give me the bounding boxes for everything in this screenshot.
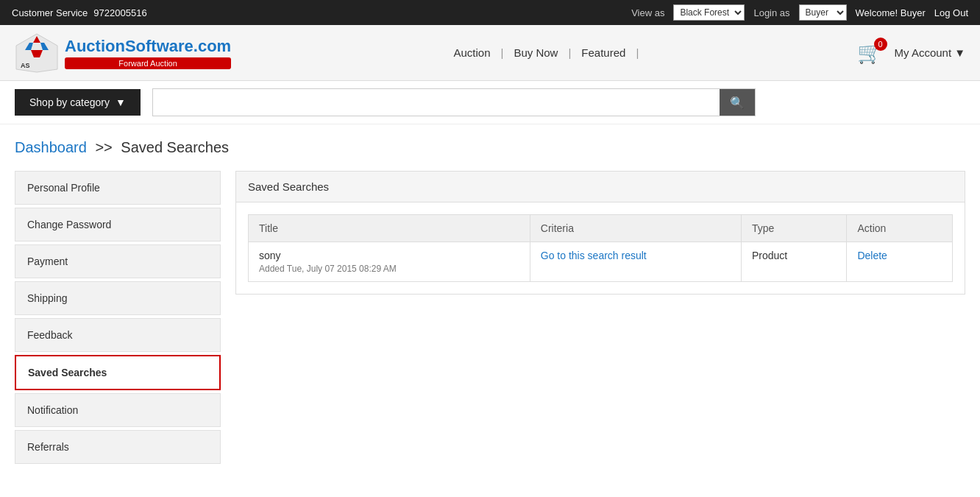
- category-chevron: ▼: [116, 96, 126, 108]
- sidebar-item-change-password[interactable]: Change Password: [15, 208, 221, 242]
- top-bar-right: View as Black Forest Default Login as Bu…: [631, 4, 968, 21]
- sidebar-item-label: Change Password: [27, 219, 111, 230]
- login-as-label: Login as: [753, 7, 789, 18]
- search-wrap: 🔍: [152, 88, 756, 116]
- search-date: Added Tue, July 07 2015 08:29 AM: [259, 264, 519, 274]
- my-account-label: My Account: [895, 46, 952, 59]
- delete-link[interactable]: Delete: [857, 250, 887, 261]
- logo-sub-text: Forward Auction: [65, 57, 231, 69]
- page-content: Dashboard >> Saved Searches Personal Pro…: [0, 124, 980, 489]
- row-type-cell: Product: [741, 242, 847, 282]
- search-input[interactable]: [153, 89, 720, 116]
- panel-header: Saved Searches: [236, 172, 965, 202]
- header-right: 🛒 0 My Account ▼: [857, 40, 965, 65]
- sidebar: Personal Profile Change Password Payment…: [15, 171, 221, 467]
- col-type: Type: [741, 215, 847, 242]
- breadcrumb: Dashboard >> Saved Searches: [15, 139, 965, 156]
- sidebar-item-label: Feedback: [27, 329, 72, 341]
- breadcrumb-current: Saved Searches: [121, 139, 229, 155]
- sidebar-item-label: Payment: [27, 255, 68, 267]
- search-icon: 🔍: [730, 96, 745, 109]
- sidebar-item-payment[interactable]: Payment: [15, 244, 221, 278]
- dashboard-layout: Personal Profile Change Password Payment…: [15, 171, 965, 467]
- sidebar-item-saved-searches[interactable]: Saved Searches: [15, 355, 221, 390]
- header: AS AuctionSoftware.com Forward Auction A…: [0, 25, 980, 81]
- col-action: Action: [847, 215, 953, 242]
- cart-badge: 0: [874, 38, 887, 51]
- sidebar-item-referrals[interactable]: Referrals: [15, 430, 221, 464]
- logo-area: AS AuctionSoftware.com Forward Auction: [15, 32, 231, 73]
- row-criteria-cell: Go to this search result: [530, 242, 741, 282]
- main-panel: Saved Searches Title Criteria Type Actio…: [235, 171, 965, 295]
- cart-icon-wrap[interactable]: 🛒 0: [857, 40, 883, 65]
- sidebar-item-label: Saved Searches: [28, 367, 107, 378]
- sidebar-item-personal-profile[interactable]: Personal Profile: [15, 171, 221, 205]
- search-button[interactable]: 🔍: [720, 89, 755, 116]
- nav-buy-now[interactable]: Buy Now: [508, 43, 564, 62]
- customer-service-label: Customer Service: [12, 7, 88, 18]
- panel-body: Title Criteria Type Action sony Added Tu…: [236, 202, 965, 294]
- logo-main-text: AuctionSoftware.com: [65, 37, 231, 56]
- saved-searches-table: Title Criteria Type Action sony Added Tu…: [248, 214, 953, 282]
- logo-text: AuctionSoftware.com Forward Auction: [65, 37, 231, 69]
- customer-service-phone: 9722005516: [93, 7, 146, 18]
- nav-sep-3: |: [636, 46, 639, 59]
- my-account-button[interactable]: My Account ▼: [895, 46, 965, 59]
- panel-box: Saved Searches Title Criteria Type Actio…: [235, 171, 965, 295]
- nav-featured[interactable]: Featured: [575, 43, 631, 62]
- category-button[interactable]: Shop by category ▼: [15, 89, 141, 116]
- col-criteria: Criteria: [530, 215, 741, 242]
- sidebar-item-feedback[interactable]: Feedback: [15, 318, 221, 352]
- my-account-chevron: ▼: [954, 46, 965, 59]
- logout-link[interactable]: Log Out: [934, 7, 968, 18]
- nav-sep-2: |: [568, 46, 571, 59]
- sidebar-item-label: Shipping: [27, 292, 68, 304]
- sidebar-item-label: Notification: [27, 404, 78, 416]
- svg-text:AS: AS: [21, 62, 30, 69]
- col-title: Title: [249, 215, 530, 242]
- logo-icon: AS: [15, 32, 59, 73]
- row-title-cell: sony Added Tue, July 07 2015 08:29 AM: [249, 242, 530, 282]
- sidebar-item-notification[interactable]: Notification: [15, 393, 221, 427]
- nav-auction[interactable]: Auction: [447, 43, 496, 62]
- go-to-search-link[interactable]: Go to this search result: [541, 250, 647, 261]
- breadcrumb-dashboard[interactable]: Dashboard: [15, 139, 87, 155]
- search-title: sony: [259, 250, 519, 261]
- top-bar: Customer Service 9722005516 View as Blac…: [0, 0, 980, 25]
- login-as-select[interactable]: Buyer Seller Admin: [799, 4, 847, 21]
- sidebar-item-label: Personal Profile: [27, 182, 100, 194]
- main-nav: Auction | Buy Now | Featured |: [447, 43, 640, 62]
- customer-service: Customer Service 9722005516: [12, 7, 147, 18]
- sidebar-item-shipping[interactable]: Shipping: [15, 281, 221, 315]
- welcome-text: Welcome! Buyer: [856, 7, 926, 18]
- breadcrumb-separator: >>: [95, 139, 112, 155]
- category-bar: Shop by category ▼ 🔍: [0, 81, 980, 124]
- category-label: Shop by category: [29, 96, 110, 108]
- view-as-label: View as: [631, 7, 664, 18]
- nav-sep-1: |: [501, 46, 504, 59]
- sidebar-item-label: Referrals: [27, 441, 69, 453]
- row-action-cell: Delete: [847, 242, 953, 282]
- table-row: sony Added Tue, July 07 2015 08:29 AM Go…: [249, 242, 953, 282]
- view-as-select[interactable]: Black Forest Default: [673, 4, 745, 21]
